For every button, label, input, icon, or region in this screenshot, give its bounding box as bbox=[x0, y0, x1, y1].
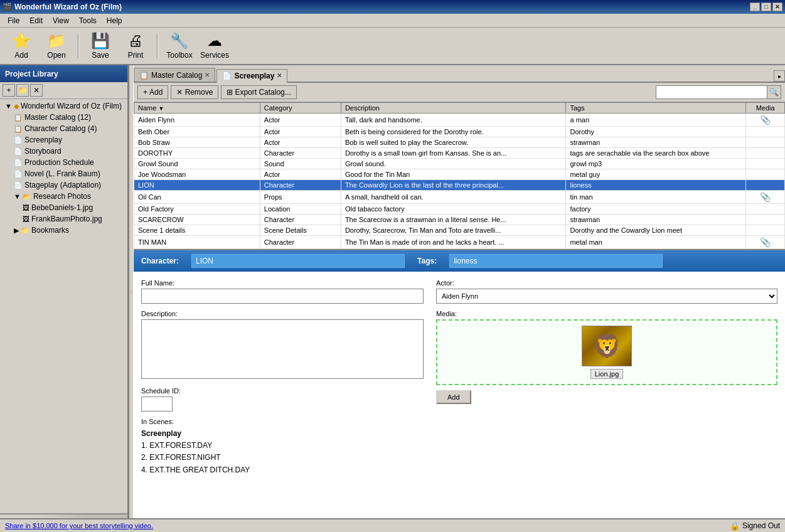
col-header-tags[interactable]: Tags bbox=[566, 103, 746, 114]
cell-category: Scene Details bbox=[260, 225, 341, 236]
tree-item-research-photos[interactable]: ▼ 📂 Research Photos bbox=[0, 191, 127, 202]
schedule-id-input[interactable] bbox=[141, 396, 173, 412]
table-row[interactable]: SCARECROWCharacterThe Scarecrow is a str… bbox=[134, 215, 785, 225]
table-row[interactable]: Old FactoryLocationOld tabacco factoryfa… bbox=[134, 204, 785, 215]
catalog-remove-button[interactable]: ✕ Remove bbox=[171, 85, 218, 99]
table-row[interactable]: Aiden FlynnActorTall, dark and handsome.… bbox=[134, 114, 785, 127]
print-button[interactable]: 🖨 Print bbox=[119, 29, 152, 62]
open-button[interactable]: 📁 Open bbox=[40, 29, 73, 62]
toolbox-button[interactable]: 🔧 Toolbox bbox=[163, 29, 196, 62]
tree-folder-icon-1: 📂 bbox=[23, 193, 31, 201]
cell-media bbox=[746, 180, 785, 191]
tree-item-character-catalog[interactable]: 📋 Character Catalog (4) bbox=[0, 123, 127, 134]
col-header-description[interactable]: Description bbox=[341, 103, 566, 114]
minimize-button[interactable]: _ bbox=[750, 3, 760, 11]
media-add-button[interactable]: Add bbox=[436, 390, 471, 404]
titlebar-controls[interactable]: _ □ ✕ bbox=[750, 3, 782, 11]
cell-media: 📎 bbox=[746, 191, 785, 204]
tree-item-bebe-daniels[interactable]: 🖼 BebeDaniels-1.jpg bbox=[0, 202, 127, 213]
menu-file[interactable]: File bbox=[3, 15, 24, 26]
menu-edit[interactable]: Edit bbox=[24, 15, 48, 26]
search-button[interactable]: 🔍 bbox=[767, 86, 781, 98]
resize-handle[interactable]: ⋮ bbox=[129, 65, 134, 518]
actor-select[interactable]: Aiden Flynn Beth Ober Bob Straw Joe Wood… bbox=[436, 289, 777, 304]
tree-doc-icon-1: 📋 bbox=[14, 114, 23, 122]
add-label: Add bbox=[14, 51, 28, 60]
menu-view[interactable]: View bbox=[48, 15, 74, 26]
catalog-export-button[interactable]: ⊞ Export Catalog... bbox=[221, 85, 296, 99]
table-row[interactable]: Oil CanPropsA small, handheld oil can.ti… bbox=[134, 191, 785, 204]
sidebar-delete-button[interactable]: ✕ bbox=[30, 84, 43, 97]
table-row[interactable]: Bob StrawActorBob is well suited to play… bbox=[134, 137, 785, 148]
tree-file-icon-1: 🖼 bbox=[23, 204, 29, 211]
cell-media bbox=[746, 225, 785, 236]
tab-close-master-catalog[interactable]: ✕ bbox=[205, 72, 210, 78]
cell-category: Actor bbox=[260, 137, 341, 148]
search-input[interactable] bbox=[656, 86, 767, 98]
cell-name: Scene 1 details bbox=[134, 225, 260, 236]
table-row[interactable]: Joe WoodsmanActorGood for the Tin Manmet… bbox=[134, 169, 785, 180]
tree-item-screenplay[interactable]: 📄 Screenplay bbox=[0, 134, 127, 146]
sidebar-new-button[interactable]: + bbox=[3, 84, 15, 97]
tree-item-production-schedule[interactable]: 📄 Production Schedule bbox=[0, 157, 127, 168]
close-button[interactable]: ✕ bbox=[772, 3, 782, 11]
save-label: Save bbox=[92, 51, 109, 60]
maximize-button[interactable]: □ bbox=[761, 3, 771, 11]
description-textarea[interactable] bbox=[141, 319, 424, 379]
cell-media bbox=[746, 159, 785, 169]
tree-label-novel: Novel (L. Frank Baum) bbox=[24, 169, 100, 178]
tree-item-frank-baum[interactable]: 🖼 FrankBaumPhoto.jpg bbox=[0, 213, 127, 225]
cell-tags: metal guy bbox=[566, 169, 746, 180]
tree-item-novel[interactable]: 📄 Novel (L. Frank Baum) bbox=[0, 168, 127, 179]
tab-master-catalog[interactable]: 📋 Master Catalog ✕ bbox=[134, 68, 215, 82]
table-row[interactable]: LIONCharacterThe Cowardly Lion is the la… bbox=[134, 180, 785, 191]
col-header-name[interactable]: Name ▼ bbox=[134, 103, 260, 114]
tree-item-storyboard[interactable]: 📄 Storyboard bbox=[0, 146, 127, 157]
detail-body: Full Name: Description: Schedule ID: In … bbox=[134, 272, 785, 490]
main-area: Project Library + 📁 ✕ ▼ ◆ Wonderful Wiza… bbox=[0, 65, 785, 518]
table-row[interactable]: Beth OberActorBeth is being considered f… bbox=[134, 127, 785, 137]
tab-label-master-catalog: Master Catalog bbox=[151, 71, 202, 80]
tree-item-stageplay[interactable]: 📄 Stageplay (Adaptation) bbox=[0, 179, 127, 191]
tab-screenplay[interactable]: 📄 Screenplay ✕ bbox=[216, 69, 287, 83]
col-header-media[interactable]: Media bbox=[746, 103, 785, 114]
cell-tags: tags are serachable via the search box a… bbox=[566, 148, 746, 159]
table-row[interactable]: Growl SoundSoundGrowl sound.growl mp3 bbox=[134, 159, 785, 169]
statusbar: Share in $10,000 for your best storytell… bbox=[0, 518, 785, 532]
description-row: Description: bbox=[141, 310, 424, 381]
tree-label-bookmarks: Bookmarks bbox=[31, 226, 69, 235]
app-title: Wonderful Wizard of Oz (Film) bbox=[14, 3, 122, 11]
tree-item-master-catalog[interactable]: 📋 Master Catalog (12) bbox=[0, 112, 127, 123]
cell-tags: strawman bbox=[566, 215, 746, 225]
cell-tags: lioness bbox=[566, 180, 746, 191]
col-header-category[interactable]: Category bbox=[260, 103, 341, 114]
services-button[interactable]: ☁ Services bbox=[198, 29, 231, 62]
cell-category: Actor bbox=[260, 114, 341, 127]
tree-item-root[interactable]: ▼ ◆ Wonderful Wizard of Oz (Film) bbox=[0, 100, 127, 112]
table-row[interactable]: Scene 1 detailsScene DetailsDorothy, Sca… bbox=[134, 225, 785, 236]
menu-tools[interactable]: Tools bbox=[74, 15, 102, 26]
add-button[interactable]: ⭐ Add bbox=[5, 29, 38, 62]
table-row[interactable]: TIN MANCharacterThe Tin Man is made of i… bbox=[134, 236, 785, 249]
sidebar-scrollbar[interactable] bbox=[0, 513, 127, 518]
tab-close-screenplay[interactable]: ✕ bbox=[277, 72, 282, 79]
tags-header-input[interactable] bbox=[449, 254, 663, 268]
tab-scroll-button[interactable]: ▸ bbox=[774, 70, 785, 82]
cell-description: Beth is being considered for the Dorothy… bbox=[341, 127, 566, 137]
catalog-add-button[interactable]: + Add bbox=[137, 85, 168, 99]
table-row[interactable]: DOROTHYCharacterDorothy is a small town … bbox=[134, 148, 785, 159]
cell-name: Aiden Flynn bbox=[134, 114, 260, 127]
cell-name: Oil Can bbox=[134, 191, 260, 204]
status-link[interactable]: Share in $10,000 for your best storytell… bbox=[5, 522, 153, 529]
cell-description: Dorothy is a small town girl from Kansas… bbox=[341, 148, 566, 159]
sidebar-folder-button[interactable]: 📁 bbox=[16, 84, 29, 97]
full-name-input[interactable] bbox=[141, 289, 424, 304]
tree-item-bookmarks[interactable]: ▶ 📁 Bookmarks bbox=[0, 225, 127, 236]
save-button[interactable]: 💾 Save bbox=[84, 29, 117, 62]
menu-help[interactable]: Help bbox=[102, 15, 127, 26]
print-icon: 🖨 bbox=[128, 32, 143, 50]
character-header-input[interactable] bbox=[191, 254, 405, 268]
cell-name: LION bbox=[134, 180, 260, 191]
cell-category: Location bbox=[260, 204, 341, 215]
cell-description: The Scarecrow is a strawman in a literal… bbox=[341, 215, 566, 225]
